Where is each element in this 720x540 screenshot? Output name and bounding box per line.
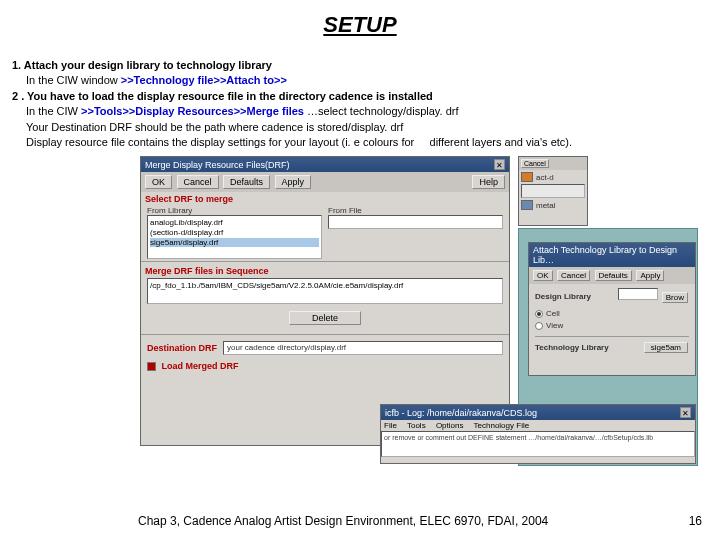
step1-text: In the CIW window: [26, 74, 118, 86]
merge-seq-label: Merge DRF files in Sequence: [141, 264, 509, 278]
sequence-path: /cp_fdo_1.1b./5am/IBM_CDS/sige5am/V2.2.5…: [150, 281, 500, 291]
delete-button[interactable]: Delete: [289, 311, 361, 325]
list-item[interactable]: analogLib/display.drf: [150, 218, 319, 228]
defaults-button[interactable]: Defaults: [223, 175, 270, 189]
load-merged-label: Load Merged DRF: [162, 361, 239, 371]
design-library-label: Design Library: [535, 292, 591, 301]
design-library-input[interactable]: [618, 288, 658, 300]
layer-name: act-d: [536, 173, 554, 182]
layer-window: Cancel act-d metal: [518, 156, 588, 226]
close-icon[interactable]: ✕: [494, 159, 505, 170]
list-item-selected[interactable]: sige5am/display.drf: [150, 238, 319, 248]
merge-drf-window: Merge Display Resource Files(DRF) ✕ OK C…: [140, 156, 510, 446]
menu-options[interactable]: Options: [436, 421, 464, 430]
step2-text-a: In the CIW: [26, 105, 78, 117]
footer: Chap 3, Cadence Analog Artist Design Env…: [0, 514, 720, 528]
step2-text-b: …select technology/display. drf: [307, 105, 458, 117]
step1-heading: 1. Attach your design library to technol…: [12, 59, 272, 71]
tech-library-label: Technology Library: [535, 343, 609, 352]
apply-button[interactable]: Apply: [636, 270, 664, 281]
step1-menu-path: >>Technology file>>Attach to>>: [121, 74, 287, 86]
step2-menu-path: >>Tools>>Display Resources>>Merge files: [81, 105, 304, 117]
attach-title-bar: Attach Technology Library to Design Lib…: [529, 243, 695, 267]
layer-name: metal: [536, 201, 556, 210]
layer-swatch: [521, 200, 533, 210]
merge-button-row: OK Cancel Defaults Apply Help: [141, 172, 509, 192]
cell-label: Cell: [546, 309, 560, 318]
step2-line3b: different layers and via's etc).: [430, 136, 573, 148]
attach-window-title: Attach Technology Library to Design Lib…: [533, 245, 691, 265]
menu-tools[interactable]: Tools: [407, 421, 426, 430]
log-window-title: icfb - Log: /home/dai/rakanva/CDS.log: [385, 408, 537, 418]
menu-file[interactable]: File: [384, 421, 397, 430]
layer-field[interactable]: [521, 184, 585, 198]
footer-text: Chap 3, Cadence Analog Artist Design Env…: [138, 514, 548, 528]
cancel-button[interactable]: Cancel: [177, 175, 219, 189]
step2-heading: 2 . You have to load the display resourc…: [12, 90, 433, 102]
list-item[interactable]: (section-d/display.drf: [150, 228, 319, 238]
step2-line2: Your Destination DRF should be the path …: [12, 120, 708, 135]
destination-input[interactable]: your cadence directory/display.drf: [223, 341, 503, 355]
page-title: SETUP: [0, 12, 720, 38]
help-button[interactable]: Help: [472, 175, 505, 189]
log-content: or remove or comment out DEFINE statemen…: [381, 431, 695, 457]
instruction-block: 1. Attach your design library to technol…: [12, 58, 708, 150]
step2-line3a: Display resource file contains the displ…: [26, 136, 414, 148]
ciw-log-window: icfb - Log: /home/dai/rakanva/CDS.log ✕ …: [380, 404, 696, 464]
screenshot-area: Merge Display Resource Files(DRF) ✕ OK C…: [140, 156, 708, 466]
menu-tech-file[interactable]: Technology File: [474, 421, 530, 430]
log-menu-bar: File Tools Options Technology File: [381, 420, 695, 431]
select-drf-label: Select DRF to merge: [141, 192, 509, 206]
from-file-label: From File: [328, 206, 503, 215]
cancel-button[interactable]: Cancel: [521, 159, 549, 168]
sequence-list[interactable]: /cp_fdo_1.1b./5am/IBM_CDS/sige5am/V2.2.5…: [147, 278, 503, 304]
from-library-list[interactable]: analogLib/display.drf (section-d/display…: [147, 215, 322, 259]
layer-swatch: [521, 172, 533, 182]
defaults-button[interactable]: Defaults: [595, 270, 632, 281]
browse-button[interactable]: Brow: [662, 292, 688, 303]
page-number: 16: [689, 514, 702, 528]
destination-label: Destination DRF: [147, 343, 217, 353]
attach-tech-window: Attach Technology Library to Design Lib……: [528, 242, 696, 376]
cancel-button[interactable]: Cancel: [557, 270, 590, 281]
log-title-bar: icfb - Log: /home/dai/rakanva/CDS.log ✕: [381, 405, 695, 420]
load-merged-checkbox[interactable]: [147, 362, 156, 371]
ok-button[interactable]: OK: [533, 270, 553, 281]
tech-library-value[interactable]: sige5am: [644, 342, 688, 353]
merge-title-bar: Merge Display Resource Files(DRF) ✕: [141, 157, 509, 172]
view-radio[interactable]: [535, 322, 543, 330]
apply-button[interactable]: Apply: [275, 175, 312, 189]
cell-radio[interactable]: [535, 310, 543, 318]
merge-window-title: Merge Display Resource Files(DRF): [145, 160, 290, 170]
view-label: View: [546, 321, 563, 330]
from-file-input[interactable]: [328, 215, 503, 229]
close-icon[interactable]: ✕: [680, 407, 691, 418]
from-library-label: From Library: [147, 206, 322, 215]
ok-button[interactable]: OK: [145, 175, 172, 189]
